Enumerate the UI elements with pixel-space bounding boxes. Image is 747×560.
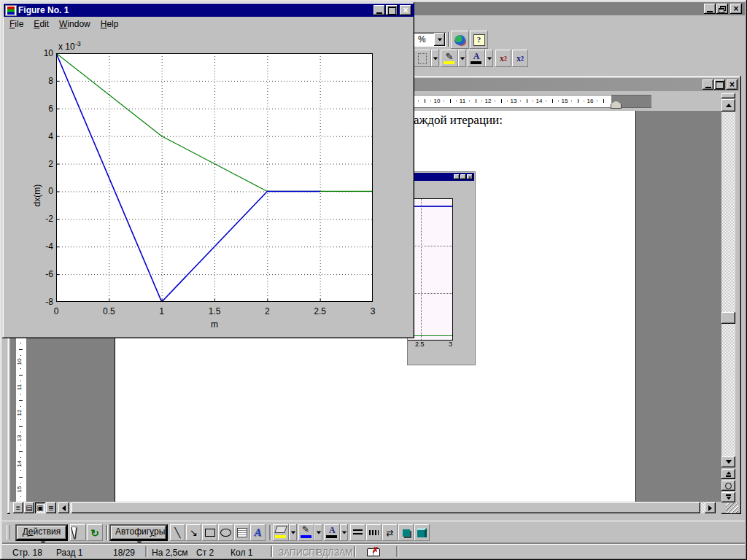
menu-edit[interactable]: Edit [34, 19, 49, 29]
line-color-dropdown-icon[interactable] [314, 524, 322, 541]
plot-x-tick-labels: 00.511.522.53 [56, 306, 373, 316]
scroll-up-icon[interactable] [721, 99, 735, 112]
view-normal-button[interactable]: ≡ [13, 502, 23, 513]
help-assistant-icon[interactable] [451, 31, 469, 49]
y-tick-label: 10 [34, 48, 53, 58]
h-ruler-tick [476, 99, 476, 103]
view-web-layout-button[interactable]: ▤ [24, 502, 34, 513]
threed-icon[interactable] [414, 524, 430, 541]
h-ruler-tick [546, 101, 546, 101]
menu-file[interactable]: File [9, 19, 23, 29]
status-indicator-ext[interactable]: ВДЛ [317, 548, 334, 558]
h-ruler-number: 12 [483, 98, 493, 104]
document-text-line[interactable]: аждой итерации: [414, 113, 503, 128]
close-icon[interactable]: × [730, 4, 742, 14]
oval-tool-icon[interactable] [218, 524, 233, 541]
line-color-button[interactable]: ✎ [298, 524, 314, 541]
view-print-layout-button[interactable]: ▣ [35, 502, 45, 513]
v-ruler-tick [20, 406, 21, 407]
previous-page-icon[interactable] [721, 469, 735, 479]
arrow-tool-icon[interactable]: ↘ [186, 524, 201, 541]
highlight-color-bar [444, 61, 454, 64]
border-dropdown-icon[interactable] [431, 50, 439, 67]
x-tick-label: 0.5 [94, 306, 123, 316]
v-ruler-tick [19, 400, 23, 401]
subscript-button[interactable]: x2 [512, 50, 528, 67]
next-page-icon[interactable] [721, 492, 735, 502]
scroll-down-icon[interactable] [721, 456, 735, 467]
draw-menu-button[interactable]: Действия [15, 524, 68, 541]
font-color-dropdown-icon[interactable] [485, 50, 493, 67]
minimize-icon[interactable] [704, 4, 716, 14]
status-column: Кол 1 [231, 548, 252, 558]
highlight-button[interactable]: ✎ [441, 50, 458, 67]
line-tool-icon[interactable]: ╲ [170, 524, 185, 541]
embedded-blue-line [408, 206, 452, 207]
restore-icon[interactable] [716, 4, 728, 14]
v-ruler-tick [20, 343, 21, 343]
matlab-figure-window: Figure No. 1 × File Edit Window Help x 1… [2, 2, 414, 338]
fill-color-button[interactable] [273, 524, 289, 541]
superscript-button[interactable]: x2 [495, 50, 511, 67]
status-indicator-rec[interactable]: ЗАП [279, 548, 296, 558]
drawing-font-color-button[interactable]: A [324, 524, 340, 541]
autoshapes-menu-button[interactable]: Автофигуры [109, 524, 168, 541]
highlight-dropdown-icon[interactable] [458, 50, 466, 67]
vertical-scrollbar-track[interactable] [721, 112, 735, 456]
doc-maximize-icon[interactable] [714, 79, 725, 90]
h-ruler-tick [584, 101, 584, 101]
font-color-button[interactable]: A [468, 50, 485, 67]
v-ruler-tick [20, 355, 21, 356]
embedded-figure-title-bar: × [409, 173, 474, 181]
dash-style-icon[interactable] [366, 524, 382, 541]
matlab-figure-icon [6, 6, 16, 15]
drawing-toolbar: Действия ↻ Автофигуры ╲ ↘ A ✎ [2, 521, 745, 544]
select-browse-object-icon[interactable] [721, 481, 735, 491]
shadow-icon[interactable] [398, 524, 414, 541]
v-ruler-number: 14 [16, 459, 23, 469]
doc-minimize-icon[interactable] [703, 79, 713, 90]
line-style-icon[interactable] [350, 524, 365, 541]
arrow-style-icon[interactable]: ⇄ [382, 524, 398, 541]
text-box-tool-icon[interactable] [234, 524, 249, 541]
status-indicator-ovr[interactable]: ЗАМ [334, 548, 352, 558]
v-ruler-tick [20, 394, 21, 394]
matlab-minimize-icon[interactable] [374, 5, 385, 15]
menu-help[interactable]: Help [101, 19, 119, 29]
embedded-xtick-3: 3 [449, 341, 452, 348]
v-ruler-tick [20, 483, 21, 483]
drawing-font-color-bar [326, 535, 337, 538]
drawing-font-color-dropdown-icon[interactable] [340, 524, 348, 541]
free-rotate-button[interactable]: ↻ [87, 524, 103, 541]
v-ruler-tick [19, 349, 23, 350]
h-ruler-tick [444, 101, 444, 101]
matlab-title-bar[interactable]: Figure No. 1 × [4, 4, 414, 17]
scroll-right-icon[interactable] [705, 502, 716, 513]
view-outline-button[interactable]: ≣ [46, 502, 56, 513]
matlab-maximize-icon[interactable] [386, 5, 398, 15]
drawing-font-color-a-icon: A [329, 525, 336, 536]
menu-window[interactable]: Window [59, 19, 90, 29]
scroll-split-handle[interactable] [721, 93, 735, 98]
wordart-icon[interactable]: A [250, 524, 266, 541]
fill-color-dropdown-icon[interactable] [289, 524, 297, 541]
plot-y-tick-labels: 1086420-2-4-6-8 [34, 53, 53, 302]
toolbar-grip[interactable] [7, 525, 10, 540]
horizontal-scrollbar-thumb[interactable] [71, 502, 700, 513]
h-ruler-number: 16 [585, 98, 595, 104]
spelling-status-icon[interactable]: ✗ [367, 547, 380, 556]
embedded-figure-object[interactable]: × 2.5 3 [408, 172, 475, 365]
context-help-icon[interactable]: ? [470, 31, 488, 49]
y-tick-label: 8 [34, 76, 53, 86]
rectangle-tool-icon[interactable] [202, 524, 217, 541]
scroll-left-icon[interactable] [58, 502, 69, 513]
doc-close-icon[interactable]: × [727, 79, 738, 90]
outside-border-button[interactable] [414, 50, 431, 67]
matlab-close-icon[interactable]: × [400, 5, 411, 15]
line-brush-icon: ✎ [302, 524, 309, 534]
resize-grip[interactable] [726, 503, 738, 513]
zoom-dropdown-icon[interactable] [434, 33, 445, 46]
plot-canvas [56, 53, 373, 302]
vertical-scrollbar-thumb[interactable] [721, 312, 735, 324]
font-color-bar [471, 61, 481, 64]
